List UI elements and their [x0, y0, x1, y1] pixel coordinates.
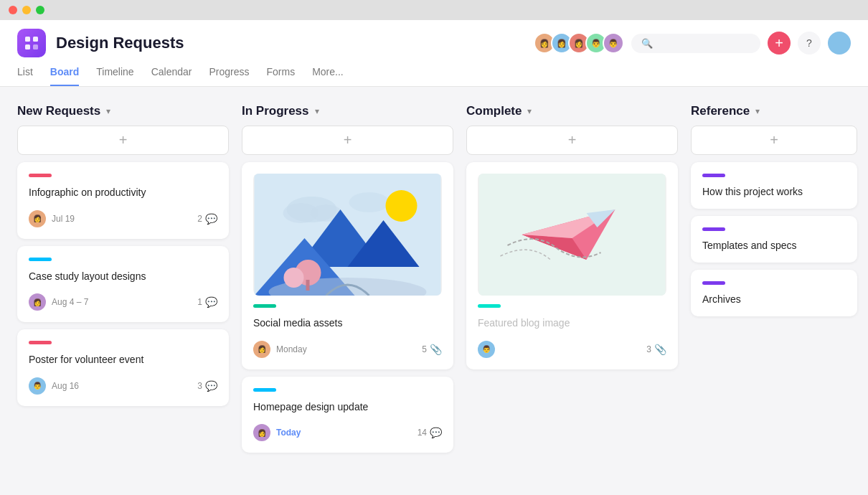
card-title: Social media assets [253, 316, 442, 331]
avatar: 👩 [253, 341, 270, 358]
column-title-wrap: Reference ▾ [691, 104, 760, 118]
card-date: Jul 19 [52, 214, 75, 224]
add-card-in-progress[interactable]: + [242, 126, 453, 155]
minimize-button[interactable] [22, 6, 31, 14]
add-card-new-requests[interactable]: + [17, 126, 229, 155]
comment-count: 1 [197, 297, 202, 307]
card-footer-left: 👨 Aug 16 [29, 377, 79, 395]
card-title: Case study layout designs [29, 270, 217, 284]
column-complete: Complete ▾ + [466, 104, 678, 469]
card-accent [253, 388, 276, 392]
header-left: Design Requests [17, 29, 184, 57]
board: New Requests ▾ + Infographic on producti… [0, 87, 868, 486]
column-title-wrap: New Requests ▾ [17, 104, 110, 118]
paperclip-count: 5 [422, 344, 427, 354]
ref-card-how-it-works[interactable]: How this project works [691, 162, 857, 209]
card-poster[interactable]: Poster for volunteer event 👨 Aug 16 3 [17, 329, 229, 406]
column-header-new-requests: New Requests ▾ [17, 104, 229, 118]
card-footer: 👨 3 [478, 341, 666, 358]
comment-count: 3 [197, 381, 202, 391]
tab-board[interactable]: Board [50, 66, 79, 86]
column-title-new-requests: New Requests [17, 104, 100, 118]
column-title-complete: Complete [466, 104, 522, 118]
card-footer: 👨 Aug 16 3 [29, 377, 217, 395]
user-avatar[interactable] [828, 32, 851, 55]
tab-progress[interactable]: Progress [209, 66, 249, 86]
paperclip-icon [430, 344, 442, 355]
add-card-complete[interactable]: + [466, 126, 678, 155]
card-footer: 👩 Aug 4 – 7 1 [29, 293, 217, 311]
chevron-down-icon: ▾ [106, 106, 110, 116]
card-social-media[interactable]: Social media assets 👩 Monday 5 [242, 162, 453, 369]
card-accent [478, 304, 501, 308]
add-card-reference[interactable]: + [691, 126, 857, 155]
column-title-reference: Reference [691, 104, 750, 118]
avatar-5[interactable]: 👨 [603, 32, 624, 54]
chevron-down-icon: ▾ [527, 106, 532, 116]
avatar: 👩 [253, 424, 270, 441]
comment-count: 2 [197, 214, 202, 224]
tab-forms[interactable]: Forms [267, 66, 296, 86]
svg-point-8 [349, 192, 390, 212]
card-infographic[interactable]: Infographic on productivity 👩 Jul 19 2 [17, 162, 229, 239]
column-header-reference: Reference ▾ [691, 104, 857, 118]
card-homepage[interactable]: Homepage design update 👩 Today 14 [242, 377, 453, 453]
card-blog-image[interactable]: Featured blog image 👨 3 [466, 162, 678, 369]
card-image-mountains [253, 174, 442, 296]
card-footer-left: 👨 [478, 341, 495, 358]
card-date: Monday [276, 344, 307, 354]
card-footer-right: 1 [197, 296, 217, 308]
svg-rect-3 [33, 44, 38, 50]
header-right: 👩 👩 👩 👨 👨 🔍 + ? [534, 32, 851, 55]
card-footer-left: 👩 Aug 4 – 7 [29, 293, 88, 311]
tab-timeline[interactable]: Timeline [96, 66, 133, 86]
card-footer-right: 2 [197, 213, 217, 225]
maximize-button[interactable] [36, 6, 44, 14]
svg-rect-0 [25, 37, 30, 42]
comment-icon [205, 213, 217, 225]
close-button[interactable] [9, 6, 17, 14]
ref-card-templates[interactable]: Templates and specs [691, 216, 857, 263]
card-footer-left: 👩 Jul 19 [29, 210, 75, 227]
card-case-study[interactable]: Case study layout designs 👩 Aug 4 – 7 1 [17, 246, 229, 323]
help-button[interactable]: ? [798, 32, 821, 55]
svg-rect-2 [25, 44, 30, 50]
add-button[interactable]: + [768, 32, 791, 55]
chevron-down-icon: ▾ [315, 106, 319, 116]
comment-icon [205, 296, 217, 308]
avatar: 👨 [29, 377, 46, 395]
card-footer-right: 5 [422, 344, 442, 355]
avatar: 👩 [29, 210, 46, 227]
svg-point-9 [386, 190, 418, 222]
avatar: 👨 [478, 341, 495, 358]
column-title-wrap: Complete ▾ [466, 104, 532, 118]
card-accent [253, 304, 276, 308]
card-footer: 👩 Jul 19 2 [29, 210, 217, 227]
search-icon: 🔍 [641, 38, 653, 49]
ref-title: Templates and specs [702, 240, 846, 251]
ref-title: How this project works [702, 186, 846, 197]
card-date-today: Today [276, 428, 301, 438]
card-accent [29, 341, 52, 344]
ref-card-archives[interactable]: Archives [691, 270, 857, 316]
column-title-wrap: In Progress ▾ [242, 104, 319, 118]
card-title: Homepage design update [253, 400, 442, 415]
card-title: Poster for volunteer event [29, 353, 217, 367]
column-reference: Reference ▾ + How this project works Tem… [691, 104, 857, 469]
tab-list[interactable]: List [17, 66, 33, 86]
svg-point-16 [284, 268, 304, 288]
tab-more[interactable]: More... [312, 66, 344, 86]
comment-count: 14 [418, 428, 427, 438]
column-title-in-progress: In Progress [242, 104, 309, 118]
column-in-progress: In Progress ▾ + [242, 104, 453, 469]
card-date: Aug 16 [52, 381, 79, 391]
comment-icon [430, 427, 442, 438]
search-bar[interactable]: 🔍 [631, 34, 760, 53]
paperclip-count: 3 [646, 344, 651, 354]
tab-calendar[interactable]: Calendar [151, 66, 192, 86]
card-footer: 👩 Monday 5 [253, 341, 442, 358]
column-header-in-progress: In Progress ▾ [242, 104, 453, 118]
card-accent [29, 174, 52, 177]
chevron-down-icon: ▾ [755, 106, 760, 116]
card-accent [29, 258, 52, 261]
